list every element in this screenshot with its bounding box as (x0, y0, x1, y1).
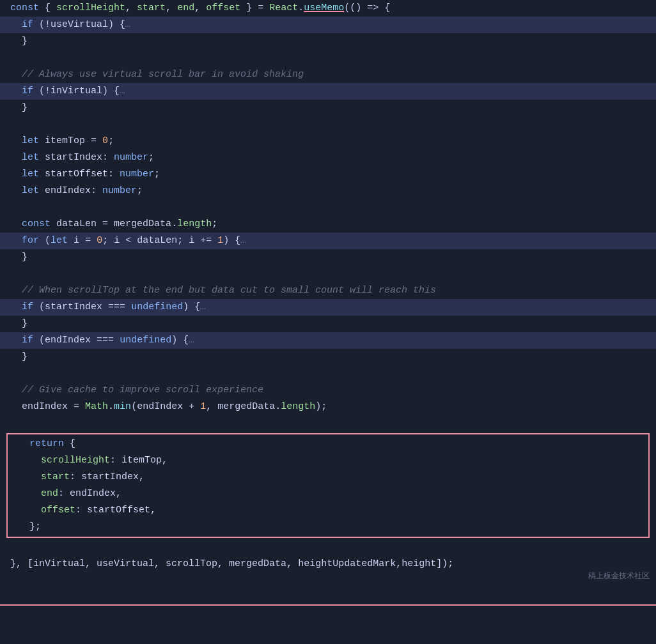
code-line-comment-1: // Always use virtual scroll bar in avoi… (0, 66, 656, 83)
code-line-datalen: const dataLen = mergedData.length; (0, 216, 656, 233)
code-line-brace-2: } (0, 249, 656, 266)
code-line-end: end: endIndex, (8, 486, 648, 502)
code-line-empty-1 (0, 50, 656, 66)
code-line-empty-5 (0, 365, 656, 382)
return-block: return { scrollHeight: itemTop, start: s… (6, 433, 650, 538)
code-line-comment-2: // When scrollTop at the end but data cu… (0, 282, 656, 299)
code-line-empty-4 (0, 266, 656, 282)
code-line-comment-3: // Give cache to improve scroll experien… (0, 382, 656, 399)
code-line-2: if (!useVirtual) {… (0, 17, 656, 33)
code-line-offset: offset: startOffset, (8, 502, 648, 519)
code-line-itemtop: let itemTop = 0; (0, 133, 656, 150)
code-line-return-close: }; (8, 519, 648, 535)
code-line-for: for (let i = 0; i < dataLen; i += 1) {… (0, 233, 656, 249)
code-line-empty-6 (0, 415, 656, 432)
code-line-1: const { scrollHeight, start, end, offset… (0, 0, 656, 17)
code-line-brace-3: } (0, 316, 656, 332)
code-line-scrollheight: scrollHeight: itemTop, (8, 452, 648, 469)
code-line-return: return { (8, 436, 648, 452)
code-line-start: start: startIndex, (8, 469, 648, 486)
code-line-3: } (0, 33, 656, 50)
code-line-empty-3 (0, 199, 656, 216)
code-line-endindex-check: if (endIndex === undefined) {… (0, 332, 656, 349)
code-line-endindex: let endIndex: number; (0, 183, 656, 199)
code-line-startindex-check: if (startIndex === undefined) {… (0, 299, 656, 316)
code-line-empty-2 (0, 116, 656, 133)
code-line-brace-4: } (0, 349, 656, 365)
code-line-brace-1: } (0, 100, 656, 116)
code-editor: const { scrollHeight, start, end, offset… (0, 0, 656, 606)
watermark: 稿上板金技术社区 (588, 571, 650, 583)
code-line-deps: }, [inVirtual, useVirtual, scrollTop, me… (0, 556, 656, 603)
code-line-invirtual: if (!inVirtual) {… (0, 83, 656, 100)
code-line-startindex: let startIndex: number; (0, 150, 656, 166)
code-line-startoffset: let startOffset: number; (0, 166, 656, 183)
code-line-empty-7 (0, 539, 656, 556)
code-line-endindex-assign: endIndex = Math.min(endIndex + 1, merged… (0, 399, 656, 415)
